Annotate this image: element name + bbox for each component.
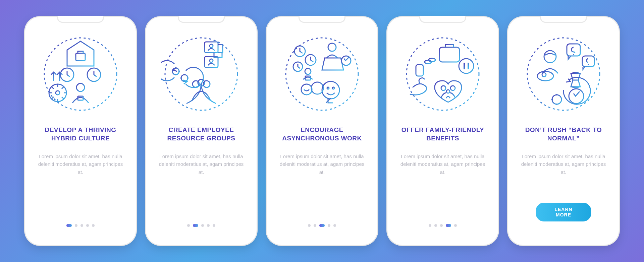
svg-point-47 bbox=[588, 64, 589, 65]
onboarding-screen-5: DON’T RUSH “BACK TO NORMAL” Lorem ipsum … bbox=[508, 17, 619, 245]
svg-point-39 bbox=[446, 90, 450, 93]
learn-more-button[interactable]: LEARN MORE bbox=[536, 203, 591, 221]
resource-groups-icon bbox=[161, 34, 241, 114]
phone-notch bbox=[178, 16, 225, 23]
svg-point-29 bbox=[311, 82, 323, 94]
svg-point-18 bbox=[286, 38, 358, 110]
svg-point-12 bbox=[210, 44, 213, 48]
svg-rect-1 bbox=[76, 53, 85, 61]
page-dot[interactable] bbox=[193, 224, 198, 227]
page-dot[interactable] bbox=[328, 224, 330, 227]
back-to-normal-icon bbox=[523, 34, 604, 114]
svg-rect-32 bbox=[439, 47, 460, 62]
page-dot[interactable] bbox=[86, 224, 89, 227]
screen-title: CREATE EMPLOYEE RESOURCE GROUPS bbox=[155, 122, 248, 147]
pagination-dots bbox=[429, 224, 457, 227]
screen-title: DEVELOP A THRIVING HYBRID CULTURE bbox=[34, 122, 127, 147]
svg-point-48 bbox=[569, 89, 584, 104]
svg-point-26 bbox=[322, 81, 339, 99]
onboarding-screen-3: ENCOURAGE ASYNCHRONOUS WORK Lorem ipsum … bbox=[267, 17, 377, 245]
screen-desc: Lorem ipsum dolor sit amet, has nulla de… bbox=[155, 152, 248, 176]
page-dot[interactable] bbox=[446, 224, 451, 227]
onboarding-screen-2: CREATE EMPLOYEE RESOURCE GROUPS Lorem ip… bbox=[146, 17, 257, 245]
screen-title: DON’T RUSH “BACK TO NORMAL” bbox=[517, 122, 610, 147]
svg-point-30 bbox=[301, 84, 312, 95]
page-dot[interactable] bbox=[213, 224, 215, 227]
svg-point-27 bbox=[327, 87, 329, 89]
svg-point-38 bbox=[450, 86, 455, 90]
page-dot[interactable] bbox=[454, 224, 457, 227]
phone-notch bbox=[57, 16, 104, 23]
page-dot[interactable] bbox=[434, 224, 437, 227]
svg-point-14 bbox=[210, 59, 213, 62]
phone-notch bbox=[419, 16, 466, 23]
page-dot[interactable] bbox=[319, 224, 325, 227]
svg-point-33 bbox=[459, 59, 474, 73]
svg-point-35 bbox=[425, 60, 431, 64]
page-dot[interactable] bbox=[429, 224, 431, 227]
screen-title: ENCOURAGE ASYNCHRONOUS WORK bbox=[275, 122, 369, 147]
page-dot[interactable] bbox=[66, 224, 72, 227]
onboarding-screen-4: OFFER FAMILY-FRIENDLY BENEFITS Lorem ips… bbox=[387, 17, 498, 245]
page-dot[interactable] bbox=[80, 224, 83, 227]
onboarding-screen-1: DEVELOP A THRIVING HYBRID CULTURE Lorem … bbox=[25, 17, 136, 245]
svg-point-37 bbox=[441, 86, 446, 90]
screen-title: OFFER FAMILY-FRIENDLY BENEFITS bbox=[396, 122, 489, 147]
pagination-dots bbox=[187, 224, 215, 227]
screen-desc: Lorem ipsum dolor sit amet, has nulla de… bbox=[275, 152, 369, 176]
svg-rect-34 bbox=[416, 65, 423, 76]
svg-point-28 bbox=[332, 87, 334, 89]
screen-desc: Lorem ipsum dolor sit amet, has nulla de… bbox=[34, 152, 127, 176]
svg-point-45 bbox=[573, 54, 574, 55]
pagination-dots bbox=[308, 224, 336, 227]
page-dot[interactable] bbox=[314, 224, 316, 227]
screen-desc: Lorem ipsum dolor sit amet, has nulla de… bbox=[517, 152, 610, 176]
page-dot[interactable] bbox=[333, 224, 336, 227]
page-dot[interactable] bbox=[201, 224, 204, 227]
page-dot[interactable] bbox=[308, 224, 311, 227]
hybrid-culture-icon bbox=[40, 34, 121, 114]
page-dot[interactable] bbox=[92, 224, 95, 227]
svg-point-24 bbox=[305, 68, 311, 74]
svg-point-19 bbox=[328, 43, 336, 51]
svg-point-36 bbox=[429, 58, 435, 62]
page-dot[interactable] bbox=[207, 224, 210, 227]
phones-row: DEVELOP A THRIVING HYBRID CULTURE Lorem … bbox=[25, 17, 619, 245]
family-benefits-icon bbox=[402, 34, 483, 114]
async-work-icon bbox=[282, 34, 362, 114]
page-dot[interactable] bbox=[187, 224, 190, 227]
phone-notch bbox=[299, 16, 345, 23]
svg-point-5 bbox=[56, 91, 60, 95]
page-dot[interactable] bbox=[75, 224, 77, 227]
svg-point-6 bbox=[76, 83, 85, 91]
svg-point-49 bbox=[552, 95, 561, 104]
screen-desc: Lorem ipsum dolor sit amet, has nulla de… bbox=[396, 152, 489, 176]
pagination-dots bbox=[66, 224, 95, 227]
svg-point-43 bbox=[542, 73, 546, 77]
phone-notch bbox=[540, 16, 587, 23]
page-dot[interactable] bbox=[440, 224, 443, 227]
svg-point-41 bbox=[544, 51, 556, 63]
